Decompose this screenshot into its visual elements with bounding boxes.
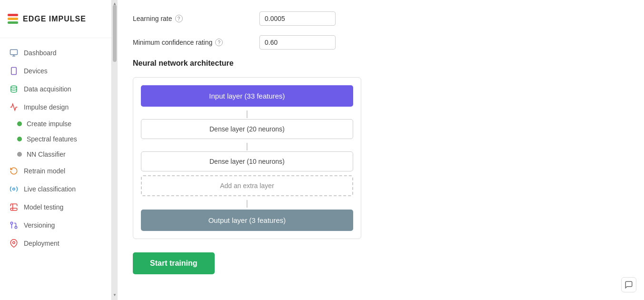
sidebar-item-data-acquisition-label: Data acquisition	[24, 85, 71, 93]
logo-bar-green	[8, 21, 18, 24]
input-layer[interactable]: Input layer (33 features)	[141, 85, 353, 107]
content-panel: Learning rate ? Minimum confidence ratin…	[118, 0, 644, 300]
retrain-icon	[10, 167, 18, 175]
learning-rate-input[interactable]	[259, 11, 336, 26]
min-confidence-help-icon[interactable]: ?	[215, 39, 223, 46]
logo-text: EDGE IMPULSE	[23, 15, 86, 23]
versioning-icon	[10, 221, 18, 230]
design-icon	[10, 103, 18, 111]
sidebar-item-versioning[interactable]: Versioning	[0, 216, 111, 234]
sidebar-nav: Dashboard Devices Data acquisition Impul…	[0, 38, 111, 300]
deployment-icon	[10, 239, 18, 248]
svg-rect-0	[10, 50, 18, 55]
dot-nn-classifier	[17, 152, 22, 157]
nn-architecture-container: Input layer (33 features) Dense layer (2…	[133, 77, 361, 239]
dot-spectral-features	[17, 137, 22, 141]
learning-rate-help-icon[interactable]: ?	[175, 15, 183, 22]
learning-rate-row: Learning rate ?	[133, 11, 629, 26]
add-extra-layer-button[interactable]: Add an extra layer	[141, 175, 353, 196]
min-confidence-row: Minimum confidence rating ?	[133, 35, 629, 50]
connector-line-3	[247, 200, 248, 208]
sidebar-item-live-classification-label: Live classification	[24, 185, 76, 193]
sidebar-sub-item-spectral-features[interactable]: Spectral features	[0, 131, 111, 147]
nn-architecture-title: Neural network architecture	[133, 59, 629, 68]
live-icon	[10, 185, 18, 193]
sidebar-item-deployment[interactable]: Deployment	[0, 234, 111, 252]
sidebar-item-devices-label: Devices	[24, 67, 48, 75]
sidebar-item-model-testing-label: Model testing	[24, 203, 63, 211]
dense-layer-2[interactable]: Dense layer (10 neurons)	[141, 151, 353, 171]
main-content: Learning rate ? Minimum confidence ratin…	[118, 0, 644, 300]
min-confidence-label: Minimum confidence rating ?	[133, 39, 252, 46]
sidebar-item-live-classification[interactable]: Live classification	[0, 180, 111, 198]
chat-icon[interactable]	[621, 277, 636, 292]
connector-line-1	[247, 110, 248, 118]
sidebar-sub-item-create-impulse[interactable]: Create impulse	[0, 116, 111, 131]
sidebar-sub-item-nn-classifier-label: NN Classifier	[27, 150, 66, 158]
svg-point-6	[13, 188, 15, 190]
svg-point-7	[15, 226, 17, 229]
connector-line-2	[247, 143, 248, 150]
connector-3	[141, 200, 353, 208]
sidebar-item-devices[interactable]: Devices	[0, 62, 111, 80]
sidebar-item-model-testing[interactable]: Model testing	[0, 198, 111, 216]
logo-bar-red	[8, 14, 18, 16]
connector-1	[141, 110, 353, 118]
sidebar-item-dashboard-label: Dashboard	[24, 49, 57, 57]
connector-2	[141, 143, 353, 150]
sidebar-item-retrain-model[interactable]: Retrain model	[0, 162, 111, 180]
logo-area: EDGE IMPULSE	[0, 0, 111, 38]
sidebar-item-versioning-label: Versioning	[24, 221, 55, 229]
dense-layer-1[interactable]: Dense layer (20 neurons)	[141, 119, 353, 139]
scrollbar[interactable]: ▲ ▼	[112, 0, 118, 300]
sidebar-item-deployment-label: Deployment	[24, 240, 59, 247]
sidebar-item-impulse-design-label: Impulse design	[24, 103, 69, 111]
svg-rect-3	[11, 68, 17, 75]
learning-rate-label: Learning rate ?	[133, 15, 252, 22]
output-layer[interactable]: Output layer (3 features)	[141, 210, 353, 231]
sidebar-item-impulse-design[interactable]: Impulse design	[0, 98, 111, 116]
sidebar-sub-item-nn-classifier[interactable]: NN Classifier	[0, 147, 111, 162]
sidebar: EDGE IMPULSE Dashboard Devices Data acqu…	[0, 0, 112, 300]
data-icon	[10, 85, 18, 93]
sidebar-item-data-acquisition[interactable]: Data acquisition	[0, 80, 111, 98]
logo-icon	[8, 14, 18, 24]
svg-point-10	[13, 241, 15, 244]
sidebar-item-retrain-model-label: Retrain model	[24, 167, 65, 175]
scrollbar-thumb[interactable]	[113, 5, 117, 62]
sidebar-item-dashboard[interactable]: Dashboard	[0, 44, 111, 62]
scrollbar-down-arrow[interactable]: ▼	[112, 291, 118, 298]
min-confidence-input[interactable]	[259, 35, 336, 50]
devices-icon	[10, 67, 18, 75]
sidebar-sub-item-create-impulse-label: Create impulse	[27, 120, 71, 128]
dot-create-impulse	[17, 121, 22, 126]
start-training-button[interactable]: Start training	[133, 252, 215, 274]
sidebar-sub-item-spectral-features-label: Spectral features	[27, 135, 77, 143]
testing-icon	[10, 203, 18, 211]
svg-point-8	[10, 222, 13, 224]
svg-point-5	[11, 86, 17, 88]
monitor-icon	[10, 49, 18, 57]
logo-bar-orange	[8, 18, 18, 20]
